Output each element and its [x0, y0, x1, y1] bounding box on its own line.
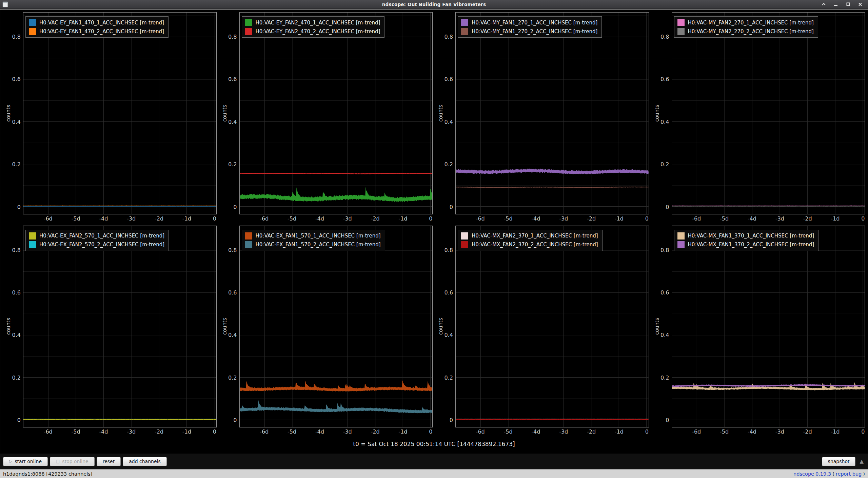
x-tick-label: -3d: [127, 428, 136, 435]
snapshot-button[interactable]: snapshot: [822, 457, 856, 466]
x-tick-label: -2d: [587, 428, 596, 435]
stop-online-button[interactable]: □ stop online: [50, 457, 95, 466]
version-link[interactable]: 0.19.3: [815, 471, 831, 477]
x-tick-label: 0: [213, 428, 216, 435]
report-bug-link[interactable]: report bug: [836, 471, 862, 477]
channel-name: H0:VAC-MY_FAN2_270_2_ACC_INCHSEC [m-tren…: [688, 28, 814, 35]
x-tick-label: -6d: [44, 215, 53, 222]
plot-canvas[interactable]: [456, 13, 649, 214]
plot-frame[interactable]: H0:VAC-EX_FAN2_570_1_ACC_INCHSEC [m-tren…: [23, 226, 217, 428]
expand-panel-icon[interactable]: ▲: [860, 458, 864, 464]
legend-swatch-icon: [29, 241, 36, 248]
legend[interactable]: H0:VAC-MY_FAN1_270_1_ACC_INCHSEC [m-tren…: [458, 16, 602, 38]
shade-window-icon[interactable]: [820, 1, 827, 7]
reset-button[interactable]: reset: [97, 457, 121, 466]
plot-canvas[interactable]: [672, 226, 865, 427]
plot-frame[interactable]: H0:VAC-MX_FAN2_370_1_ACC_INCHSEC [m-tren…: [455, 226, 649, 428]
x-tick-label: -2d: [371, 428, 380, 435]
x-tick-label: -5d: [504, 215, 512, 222]
x-tick-label: -2d: [155, 428, 163, 435]
plot-canvas[interactable]: [23, 13, 216, 214]
legend[interactable]: H0:VAC-EY_FAN1_470_1_ACC_INCHSEC [m-tren…: [25, 16, 169, 38]
y-tick-label: 0.4: [445, 118, 453, 125]
channel-name: H0:VAC-MY_FAN1_270_1_ACC_INCHSEC [m-tren…: [472, 20, 597, 26]
y-tick-label: 0.8: [445, 247, 453, 253]
close-icon[interactable]: [856, 1, 864, 7]
ndscope-link[interactable]: ndscope: [793, 471, 814, 477]
x-axis: -6d-5d-4d-3d-2d-1d0: [239, 427, 433, 435]
legend-item: H0:VAC-EY_FAN1_470_1_ACC_INCHSEC [m-tren…: [29, 19, 164, 26]
x-tick-label: 0: [645, 428, 649, 435]
y-tick-label: 0: [233, 417, 237, 423]
plot-panel: counts 0.80.60.40.20 H0:VAC-MY_FAN1_270_…: [436, 12, 649, 222]
trace-band: [456, 169, 649, 174]
y-tick-label: 0.4: [445, 332, 453, 338]
x-tick-label: 0: [861, 428, 865, 435]
plot-panel: counts 0.80.60.40.20 H0:VAC-MX_FAN1_370_…: [652, 226, 865, 436]
y-axis: counts 0.80.60.40.20: [652, 226, 672, 428]
plot-canvas[interactable]: [23, 226, 216, 427]
x-axis: -6d-5d-4d-3d-2d-1d0: [23, 427, 217, 435]
legend-item: H0:VAC-MX_FAN2_370_2_ACC_INCHSEC [m-tren…: [461, 241, 598, 248]
legend-swatch-icon: [245, 28, 252, 35]
channel-name: H0:VAC-MY_FAN1_270_2_ACC_INCHSEC [m-tren…: [472, 28, 597, 35]
plot-canvas[interactable]: [240, 226, 433, 427]
minimize-icon[interactable]: [832, 1, 840, 7]
legend-swatch-icon: [29, 232, 36, 240]
start-online-button[interactable]: ▷ start online: [3, 457, 48, 466]
plot-canvas[interactable]: [672, 13, 865, 214]
channel-name: H0:VAC-EY_FAN2_470_1_ACC_INCHSEC [m-tren…: [256, 20, 380, 26]
plot-frame[interactable]: H0:VAC-EX_FAN1_570_1_ACC_INCHSEC [m-tren…: [239, 226, 433, 428]
legend[interactable]: H0:VAC-MY_FAN2_270_1_ACC_INCHSEC [m-tren…: [674, 16, 818, 38]
title-bar: ndscope: Out Building Fan Vibrometers: [0, 0, 868, 9]
legend-swatch-icon: [29, 19, 36, 26]
y-axis: counts 0.80.60.40.20: [436, 226, 455, 428]
legend-swatch-icon: [245, 232, 252, 240]
legend[interactable]: H0:VAC-MX_FAN2_370_1_ACC_INCHSEC [m-tren…: [458, 230, 603, 251]
y-axis-label: counts: [654, 103, 660, 123]
x-tick-label: -3d: [775, 215, 784, 222]
channel-name: H0:VAC-MY_FAN2_270_1_ACC_INCHSEC [m-tren…: [688, 20, 814, 26]
plot-panel: counts 0.80.60.40.20 H0:VAC-EX_FAN2_570_…: [4, 226, 217, 436]
y-tick-label: 0.6: [445, 289, 453, 295]
x-tick-label: -4d: [315, 215, 324, 222]
y-tick-label: 0: [450, 417, 453, 423]
add-channels-button[interactable]: add channels: [123, 457, 167, 466]
legend[interactable]: H0:VAC-EX_FAN2_570_1_ACC_INCHSEC [m-tren…: [25, 230, 169, 251]
plot-frame[interactable]: H0:VAC-MY_FAN2_270_1_ACC_INCHSEC [m-tren…: [672, 12, 865, 214]
channel-name: H0:VAC-MX_FAN2_370_2_ACC_INCHSEC [m-tren…: [472, 242, 598, 248]
legend-item: H0:VAC-MY_FAN1_270_2_ACC_INCHSEC [m-tren…: [461, 28, 597, 35]
x-tick-label: -6d: [476, 428, 485, 435]
plot-panel: counts 0.80.60.40.20 H0:VAC-EX_FAN1_570_…: [220, 226, 433, 436]
legend-swatch-icon: [461, 19, 468, 26]
y-tick-label: 0.4: [228, 118, 237, 125]
x-tick-label: -6d: [260, 215, 269, 222]
plot-frame[interactable]: H0:VAC-EY_FAN1_470_1_ACC_INCHSEC [m-tren…: [23, 12, 217, 214]
x-tick-label: -3d: [559, 215, 568, 222]
x-tick-label: 0: [429, 428, 432, 435]
legend-item: H0:VAC-EX_FAN2_570_1_ACC_INCHSEC [m-tren…: [29, 232, 164, 240]
y-tick-label: 0.6: [12, 76, 21, 82]
x-tick-label: -5d: [288, 428, 296, 435]
x-tick-label: -1d: [182, 428, 191, 435]
legend-item: H0:VAC-MY_FAN1_270_1_ACC_INCHSEC [m-tren…: [461, 19, 597, 26]
legend-swatch-icon: [461, 232, 468, 240]
y-tick-label: 0.4: [660, 332, 669, 338]
plot-canvas[interactable]: [456, 226, 649, 427]
y-tick-label: 0.8: [12, 34, 21, 40]
x-tick-label: -3d: [775, 428, 784, 435]
legend[interactable]: H0:VAC-EY_FAN2_470_1_ACC_INCHSEC [m-tren…: [242, 16, 385, 38]
plot-panel: counts 0.80.60.40.20 H0:VAC-MY_FAN2_270_…: [652, 12, 865, 222]
plot-frame[interactable]: H0:VAC-EY_FAN2_470_1_ACC_INCHSEC [m-tren…: [239, 12, 433, 214]
plot-frame[interactable]: H0:VAC-MY_FAN1_270_1_ACC_INCHSEC [m-tren…: [455, 12, 649, 214]
y-tick-label: 0.6: [228, 76, 237, 82]
legend[interactable]: H0:VAC-EX_FAN1_570_1_ACC_INCHSEC [m-tren…: [242, 230, 385, 251]
maximize-icon[interactable]: [844, 1, 852, 7]
legend[interactable]: H0:VAC-MX_FAN1_370_1_ACC_INCHSEC [m-tren…: [674, 230, 819, 251]
x-tick-label: -5d: [720, 215, 729, 222]
plot-canvas[interactable]: [240, 13, 433, 214]
x-tick-label: -1d: [615, 428, 624, 435]
plot-frame[interactable]: H0:VAC-MX_FAN1_370_1_ACC_INCHSEC [m-tren…: [672, 226, 865, 428]
legend-swatch-icon: [677, 28, 685, 35]
channel-name: H0:VAC-MX_FAN1_370_2_ACC_INCHSEC [m-tren…: [688, 242, 814, 248]
